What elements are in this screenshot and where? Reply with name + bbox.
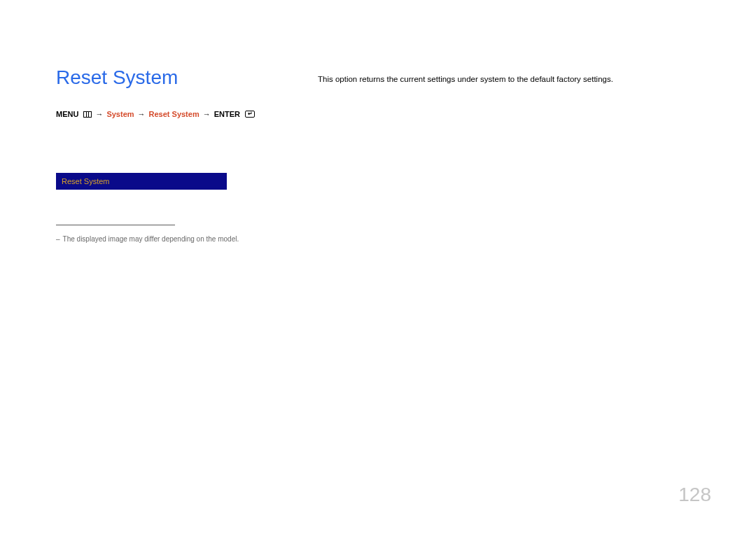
manual-page: Reset System MENU → System → Reset Syste… [0, 0, 756, 534]
divider-line [56, 225, 175, 225]
breadcrumb-arrow: → [203, 110, 211, 118]
note-body: The displayed image may differ depending… [63, 235, 239, 243]
breadcrumb-system: System [106, 110, 134, 118]
description-text: This option returns the current settings… [318, 73, 710, 85]
menu-preview-selected: Reset System [62, 177, 109, 185]
breadcrumb-arrow: → [138, 110, 146, 118]
right-column: This option returns the current settings… [318, 73, 710, 85]
breadcrumb-enter-label: ENTER [214, 110, 240, 118]
menu-icon [82, 111, 92, 118]
breadcrumb-menu-label: MENU [56, 110, 78, 118]
breadcrumb-arrow: → [95, 110, 103, 118]
menu-preview-box: Reset System [56, 173, 227, 190]
page-number: 128 [678, 484, 711, 506]
page-title: Reset System [56, 66, 308, 89]
breadcrumb: MENU → System → Reset System → ENTER [56, 110, 308, 118]
note-dash: – [56, 235, 60, 243]
note-text: –The displayed image may differ dependin… [56, 235, 308, 243]
breadcrumb-reset-system: Reset System [149, 110, 200, 118]
left-column: Reset System MENU → System → Reset Syste… [56, 66, 308, 243]
enter-icon [244, 111, 255, 118]
